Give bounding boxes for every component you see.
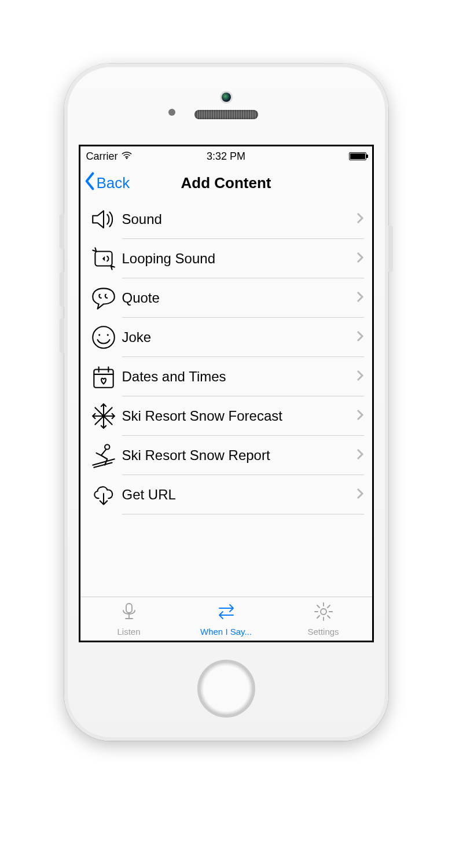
- row-snow-report[interactable]: Ski Resort Snow Report: [80, 436, 372, 475]
- svg-point-3: [98, 334, 100, 336]
- chevron-right-icon: [356, 251, 364, 267]
- quote-icon: [85, 284, 122, 312]
- arrows-icon: [216, 601, 237, 626]
- row-sound[interactable]: Sound: [80, 200, 372, 239]
- tab-when-i-say[interactable]: When I Say...: [178, 597, 275, 641]
- chevron-right-icon: [356, 211, 364, 227]
- skier-icon: [85, 441, 122, 470]
- wifi-icon: [122, 150, 132, 163]
- earpiece: [194, 110, 258, 119]
- chevron-right-icon: [356, 329, 364, 345]
- back-label: Back: [97, 174, 130, 192]
- tab-listen[interactable]: Listen: [80, 597, 178, 641]
- svg-point-8: [321, 609, 326, 615]
- svg-point-0: [126, 157, 127, 159]
- tab-label: Settings: [307, 627, 339, 637]
- tab-label: Listen: [117, 627, 140, 637]
- chevron-right-icon: [356, 487, 364, 503]
- row-label: Ski Resort Snow Report: [122, 447, 270, 464]
- row-label: Ski Resort Snow Forecast: [122, 408, 282, 424]
- speaker-icon: [85, 205, 122, 234]
- back-button[interactable]: Back: [84, 166, 130, 200]
- row-looping-sound[interactable]: Looping Sound: [80, 239, 372, 278]
- snowflake-icon: [85, 402, 122, 431]
- row-joke[interactable]: Joke: [80, 318, 372, 357]
- microphone-icon: [119, 601, 139, 626]
- svg-point-4: [106, 334, 108, 336]
- status-bar: Carrier 3:32 PM: [80, 146, 372, 166]
- row-label: Looping Sound: [122, 251, 215, 267]
- svg-rect-7: [126, 604, 132, 613]
- row-label: Sound: [122, 211, 162, 227]
- row-snow-forecast[interactable]: Ski Resort Snow Forecast: [80, 396, 372, 436]
- phone-frame: Carrier 3:32 PM Back Add Content: [64, 64, 388, 741]
- page-title: Add Content: [181, 174, 271, 192]
- tab-settings[interactable]: Settings: [275, 597, 372, 641]
- home-button[interactable]: [197, 660, 255, 718]
- chevron-right-icon: [356, 447, 364, 464]
- row-dates-times[interactable]: Dates and Times: [80, 357, 372, 396]
- chevron-right-icon: [356, 290, 364, 306]
- camera-dot: [222, 93, 231, 102]
- svg-point-2: [93, 326, 115, 348]
- svg-point-6: [105, 444, 109, 449]
- chevron-right-icon: [356, 408, 364, 424]
- clock-label: 3:32 PM: [207, 150, 245, 163]
- smile-icon: [85, 323, 122, 352]
- row-label: Dates and Times: [122, 369, 226, 385]
- tab-bar: Listen When I Say... Settings: [80, 597, 372, 641]
- chevron-right-icon: [356, 369, 364, 385]
- gear-icon: [313, 601, 334, 626]
- nav-bar: Back Add Content: [80, 166, 372, 200]
- row-get-url[interactable]: Get URL: [80, 475, 372, 514]
- cloud-download-icon: [85, 480, 122, 509]
- looping-sound-icon: [85, 244, 122, 273]
- row-label: Joke: [122, 329, 152, 345]
- carrier-label: Carrier: [86, 150, 118, 163]
- tab-label: When I Say...: [200, 627, 252, 637]
- calendar-heart-icon: [85, 362, 122, 391]
- content-type-list: Sound Looping Sound Quote: [80, 200, 372, 597]
- row-label: Quote: [122, 290, 160, 306]
- row-label: Get URL: [122, 487, 176, 503]
- battery-icon: [349, 152, 366, 160]
- row-quote[interactable]: Quote: [80, 278, 372, 318]
- chevron-left-icon: [84, 172, 95, 194]
- sensor-dot: [168, 109, 175, 116]
- app-screen: Carrier 3:32 PM Back Add Content: [79, 145, 374, 642]
